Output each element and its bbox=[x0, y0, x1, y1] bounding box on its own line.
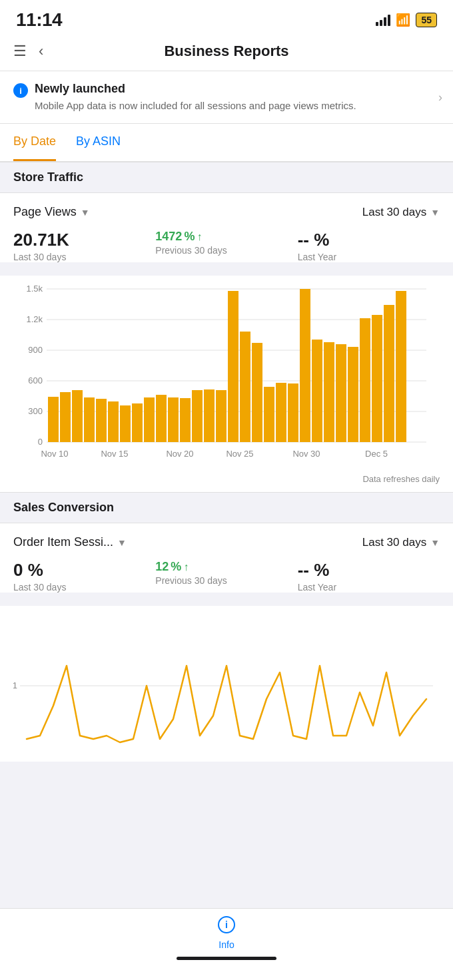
sales-stat-last-year: -- % Last Year bbox=[298, 560, 440, 593]
menu-icon[interactable]: ☰ bbox=[13, 43, 27, 60]
stat-previous-value: 1472 bbox=[155, 230, 182, 244]
store-traffic-section-header: Store Traffic bbox=[0, 162, 453, 193]
svg-rect-38 bbox=[360, 318, 370, 442]
time-chevron-icon: ▼ bbox=[430, 207, 440, 218]
sales-arrow-up-icon: ↑ bbox=[183, 561, 189, 573]
svg-rect-17 bbox=[108, 401, 119, 442]
svg-text:1.5k: 1.5k bbox=[26, 284, 43, 294]
stat-current-value: 20.71K bbox=[13, 230, 155, 250]
sales-metric-selector[interactable]: Order Item Sessi... ▼ bbox=[13, 535, 127, 549]
stat-previous: 1472 % ↑ Previous 30 days bbox=[155, 230, 297, 262]
page-title: Business Reports bbox=[67, 43, 386, 60]
svg-rect-21 bbox=[156, 395, 167, 442]
sales-conversion-chart: 1 bbox=[0, 606, 453, 762]
bottom-nav: i Info bbox=[0, 908, 453, 980]
sales-stat-last-year-value: -- % bbox=[298, 560, 440, 581]
stat-previous-label: Previous 30 days bbox=[155, 245, 297, 256]
signal-icon bbox=[376, 14, 390, 26]
sales-conversion-section-header: Sales Conversion bbox=[0, 492, 453, 523]
time-label: Last 30 days bbox=[362, 206, 426, 219]
svg-rect-24 bbox=[192, 390, 203, 442]
order-item-card: Order Item Sessi... ▼ Last 30 days ▼ 0 %… bbox=[0, 523, 453, 593]
svg-text:Nov 25: Nov 25 bbox=[226, 449, 253, 459]
svg-rect-32 bbox=[288, 383, 298, 442]
svg-text:Nov 30: Nov 30 bbox=[292, 449, 320, 459]
svg-text:900: 900 bbox=[28, 345, 43, 355]
svg-rect-25 bbox=[204, 389, 215, 442]
svg-text:1: 1 bbox=[13, 680, 17, 690]
refresh-note: Data refreshes daily bbox=[0, 471, 453, 492]
page-views-card: Page Views ▼ Last 30 days ▼ 20.71K Last … bbox=[0, 193, 453, 262]
back-icon[interactable]: ‹ bbox=[39, 43, 43, 60]
page-views-chart: 1.5k 1.2k 900 600 300 0 bbox=[0, 276, 453, 471]
sales-stat-current-label: Last 30 days bbox=[13, 582, 155, 593]
svg-rect-30 bbox=[264, 387, 274, 442]
sales-metric-chevron-icon: ▼ bbox=[117, 537, 127, 548]
stat-current-label: Last 30 days bbox=[13, 252, 155, 262]
sales-stat-previous: 12 % ↑ Previous 30 days bbox=[155, 560, 297, 593]
svg-text:i: i bbox=[225, 919, 228, 930]
sales-time-chevron-icon: ▼ bbox=[430, 537, 440, 548]
sales-stat-last-year-label: Last Year bbox=[298, 582, 440, 593]
sales-stats-row: 0 % Last 30 days 12 % ↑ Previous 30 days… bbox=[13, 560, 440, 593]
tab-by-date[interactable]: By Date bbox=[13, 124, 56, 161]
svg-rect-39 bbox=[372, 315, 382, 442]
sales-metric-header: Order Item Sessi... ▼ Last 30 days ▼ bbox=[13, 535, 440, 549]
svg-rect-29 bbox=[252, 343, 262, 442]
svg-rect-12 bbox=[48, 397, 59, 442]
nav-bar: ☰ ‹ Business Reports bbox=[0, 36, 453, 71]
banner-content: Newly launched Mobile App data is now in… bbox=[35, 82, 356, 113]
stats-row: 20.71K Last 30 days 1472 % ↑ Previous 30… bbox=[13, 230, 440, 262]
stat-last-year-label: Last Year bbox=[298, 252, 440, 262]
svg-rect-14 bbox=[72, 390, 83, 442]
sales-stat-previous-value: 12 bbox=[155, 560, 169, 574]
svg-rect-37 bbox=[348, 347, 358, 442]
info-nav-label: Info bbox=[0, 939, 453, 950]
svg-rect-40 bbox=[384, 305, 394, 442]
status-bar: 11:14 📶 55 bbox=[0, 0, 453, 36]
svg-text:Nov 20: Nov 20 bbox=[166, 449, 193, 459]
svg-text:1.2k: 1.2k bbox=[26, 314, 43, 324]
svg-rect-22 bbox=[168, 397, 179, 442]
svg-rect-31 bbox=[276, 383, 286, 442]
svg-rect-19 bbox=[132, 403, 143, 442]
sales-time-selector[interactable]: Last 30 days ▼ bbox=[362, 536, 440, 549]
svg-rect-34 bbox=[312, 340, 322, 442]
sales-stat-previous-label: Previous 30 days bbox=[155, 575, 297, 586]
metric-chevron-icon: ▼ bbox=[81, 207, 90, 218]
svg-rect-35 bbox=[324, 342, 334, 442]
status-icons: 📶 55 bbox=[376, 13, 437, 27]
info-icon: i bbox=[13, 83, 28, 98]
stat-previous-change: 1472 % ↑ bbox=[155, 230, 297, 244]
sales-stat-current: 0 % Last 30 days bbox=[13, 560, 155, 593]
sales-stat-current-value: 0 % bbox=[13, 560, 155, 581]
svg-text:Nov 15: Nov 15 bbox=[101, 449, 128, 459]
svg-rect-18 bbox=[120, 405, 131, 442]
home-indicator bbox=[177, 957, 276, 960]
info-nav-icon[interactable]: i bbox=[0, 915, 453, 938]
stat-last-year-value: -- % bbox=[298, 230, 440, 250]
svg-rect-41 bbox=[396, 291, 406, 442]
stat-current: 20.71K Last 30 days bbox=[13, 230, 155, 262]
battery-indicator: 55 bbox=[416, 13, 437, 27]
metric-header: Page Views ▼ Last 30 days ▼ bbox=[13, 205, 440, 219]
time-selector[interactable]: Last 30 days ▼ bbox=[362, 206, 440, 219]
svg-text:600: 600 bbox=[28, 375, 43, 385]
new-feature-banner[interactable]: i Newly launched Mobile App data is now … bbox=[0, 71, 453, 124]
tab-by-asin[interactable]: By ASIN bbox=[76, 124, 121, 161]
tab-bar: By Date By ASIN bbox=[0, 124, 453, 162]
stat-last-year: -- % Last Year bbox=[298, 230, 440, 262]
svg-rect-15 bbox=[84, 397, 95, 442]
chevron-right-icon: › bbox=[438, 91, 442, 105]
nav-left-controls: ☰ ‹ bbox=[13, 43, 67, 60]
svg-rect-36 bbox=[336, 344, 346, 442]
wifi-icon: 📶 bbox=[396, 13, 410, 27]
status-time: 11:14 bbox=[16, 9, 62, 31]
svg-rect-16 bbox=[96, 399, 107, 442]
sales-stat-previous-change: 12 % ↑ bbox=[155, 560, 297, 574]
svg-rect-27 bbox=[228, 291, 238, 442]
svg-rect-33 bbox=[300, 289, 310, 442]
svg-rect-28 bbox=[240, 332, 250, 442]
stat-previous-pct: % bbox=[184, 230, 195, 244]
metric-selector[interactable]: Page Views ▼ bbox=[13, 205, 90, 219]
